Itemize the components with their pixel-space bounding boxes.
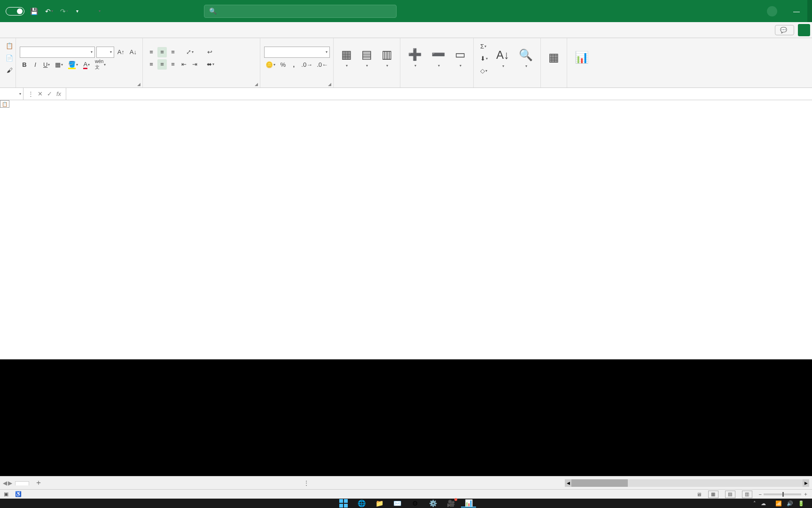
font-color-button[interactable]: A▾ [81,60,92,70]
cancel-icon[interactable]: ✕ [36,90,44,97]
tray-onedrive-icon[interactable]: ☁ [761,500,766,507]
align-bottom-icon[interactable]: ≡ [168,47,178,57]
alignment-dialog-icon[interactable]: ◢ [255,82,258,87]
sheet-nav-prev-icon[interactable]: ◀ [3,480,7,486]
font-dialog-icon[interactable]: ◢ [137,82,141,87]
display-settings-button[interactable]: 🖥 [696,492,702,497]
start-button[interactable] [336,499,351,508]
increase-font-icon[interactable]: A↑ [116,47,126,57]
accessibility-status[interactable]: ♿ [15,491,22,497]
italic-button[interactable]: I [31,60,40,70]
undo-icon[interactable]: ↶▾ [43,6,55,17]
edge-icon[interactable]: 🌐 [354,499,369,508]
search-input[interactable] [220,8,391,15]
addins-button[interactable]: ▦ [545,40,563,76]
svg-rect-0 [339,499,343,503]
minimize-button[interactable]: — [786,0,807,22]
record-macro-icon[interactable]: ▣ [4,491,8,497]
sheet-menu-icon[interactable]: ⋮ [300,480,313,486]
clear-icon[interactable]: ◇▾ [478,65,489,76]
align-top-icon[interactable]: ≡ [147,47,156,57]
tray-battery-icon[interactable]: 🔋 [798,500,804,507]
save-icon[interactable]: 💾 [28,6,39,17]
border-button[interactable]: ▦▾ [53,60,65,70]
number-dialog-icon[interactable]: ◢ [328,82,331,87]
page-break-view-icon[interactable]: ▥ [742,491,752,498]
page-layout-view-icon[interactable]: ▤ [725,491,735,498]
insert-cells-button[interactable]: ➕▾ [404,40,426,76]
percent-format-icon[interactable]: % [278,60,288,70]
align-right-icon[interactable]: ≡ [168,59,178,70]
paste-options-icon[interactable]: 📋 [0,100,9,108]
orientation-icon[interactable]: ⤢▾ [184,47,195,57]
fx-icon[interactable]: fx [55,90,63,97]
excel-taskbar-icon[interactable]: 📊 [461,499,476,508]
horizontal-scrollbar[interactable]: ◀ ▶ [565,479,809,487]
accounting-format-icon[interactable]: 🪙▾ [264,60,277,70]
fill-color-button[interactable]: 🪣▾ [66,60,80,70]
align-left-icon[interactable]: ≡ [147,59,156,70]
merge-center-button[interactable]: ⬌ ▾ [205,59,216,70]
filename-button[interactable]: ▾ [95,9,101,13]
mail-icon[interactable]: ✉️ [390,499,405,508]
decrease-font-icon[interactable]: A↓ [128,47,139,57]
svg-rect-1 [344,499,348,503]
scroll-thumb[interactable] [571,479,628,487]
wrap-text-button[interactable]: ↩ [205,47,214,57]
sheet-nav-next-icon[interactable]: ▶ [8,480,12,486]
maximize-button[interactable] [807,0,812,22]
indent-increase-icon[interactable]: ⇥ [190,59,199,70]
underline-button[interactable]: U▾ [41,60,52,70]
font-size-combo[interactable]: ▾ [96,47,114,58]
fill-icon[interactable]: ⬇▾ [478,53,490,64]
cell-styles-button[interactable]: ▥▾ [378,40,396,76]
menu-icon[interactable]: ⋮ [26,90,35,97]
file-explorer-icon[interactable]: 📁 [372,499,387,508]
redo-icon[interactable]: ↷▾ [58,6,70,17]
sheet-tab[interactable] [15,481,29,485]
spreadsheet-grid[interactable]: 📋 [0,100,812,359]
settings-icon[interactable]: ⚙️ [425,499,440,508]
align-center-icon[interactable]: ≡ [157,59,167,70]
indent-decrease-icon[interactable]: ⇤ [179,59,188,70]
number-format-combo[interactable]: ▾ [264,47,330,58]
scroll-right-icon[interactable]: ▶ [803,479,809,487]
sort-filter-button[interactable]: A↓▾ [492,40,513,76]
enter-icon[interactable]: ✓ [45,90,54,97]
phonetic-button[interactable]: wén文▾ [93,60,108,70]
bold-button[interactable]: B [20,60,29,70]
zoom-out-icon[interactable]: − [759,492,762,497]
scroll-left-icon[interactable]: ◀ [565,479,571,487]
comma-format-icon[interactable]: , [289,60,298,70]
autosum-icon[interactable]: Σ▾ [478,41,488,51]
tray-volume-icon[interactable]: 🔊 [787,500,793,507]
qat-customize-icon[interactable]: ▾ [73,8,81,14]
zoom-in-icon[interactable]: ＋ [803,491,808,498]
format-cells-button[interactable]: ▭▾ [451,40,469,76]
tray-chevron-icon[interactable]: ˄ [753,500,756,507]
name-box[interactable]: ▾ [0,88,23,100]
align-middle-icon[interactable]: ≡ [157,47,167,57]
format-as-table-button[interactable]: ▤▾ [358,40,376,76]
decrease-decimal-icon[interactable]: .0← [315,60,329,70]
delete-cells-button[interactable]: ➖▾ [428,40,449,76]
font-name-combo[interactable]: ▾ [20,47,95,58]
dell-icon[interactable]: ⚙ [407,499,422,508]
app-icon[interactable]: 🎥 [443,499,458,508]
user-avatar[interactable] [767,6,777,16]
copy-icon[interactable]: 📄 [4,53,15,64]
find-select-button[interactable]: 🔍▾ [515,40,537,76]
zoom-slider[interactable] [764,493,801,495]
comments-button[interactable]: 💬 [775,25,794,35]
conditional-format-button[interactable]: ▦▾ [337,40,356,76]
format-painter-icon[interactable]: 🖌 [4,65,15,76]
normal-view-icon[interactable]: ▦ [708,491,718,498]
add-sheet-button[interactable]: ＋ [29,478,48,488]
analyze-data-button[interactable]: 📊 [571,40,593,76]
increase-decimal-icon[interactable]: .0→ [300,60,314,70]
search-box[interactable]: 🔍 [204,5,397,18]
paste-icon[interactable]: 📋 [4,41,15,51]
autosave-toggle[interactable] [6,7,24,16]
share-button[interactable] [798,24,810,36]
tray-wifi-icon[interactable]: 📶 [775,500,782,507]
